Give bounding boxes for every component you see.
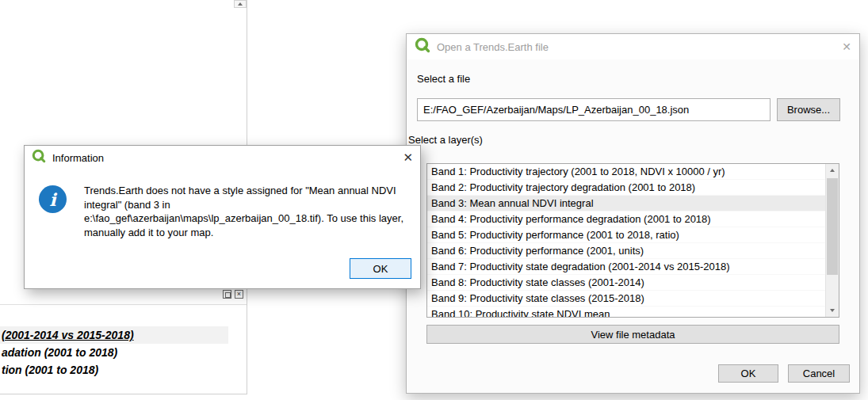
scroll-down-icon <box>830 309 835 312</box>
cancel-button[interactable]: Cancel <box>788 364 850 383</box>
trends-earth-logo-icon <box>415 37 430 56</box>
dialog-titlebar[interactable]: Information ✕ <box>25 146 420 170</box>
layer-list-item[interactable]: Band 8: Productivity state classes (2001… <box>427 275 825 291</box>
layer-list-item[interactable]: Band 4: Productivity performance degrada… <box>427 211 825 227</box>
file-path-input[interactable] <box>417 98 770 121</box>
legend-item[interactable]: adation (2001 to 2018) <box>0 344 247 361</box>
layer-legend: (2001-2014 vs 2015-2018) adation (2001 t… <box>0 326 247 379</box>
list-scrollbar[interactable] <box>825 164 839 317</box>
dock-float-icon[interactable] <box>223 290 231 299</box>
select-file-label: Select a file <box>417 73 470 85</box>
layer-list-item[interactable]: Band 10: Productivity state NDVI mean <box>427 307 825 318</box>
open-trends-earth-dialog: Open a Trends.Earth file ✕ Select a file… <box>406 33 860 394</box>
layer-list-item[interactable]: Band 7: Productivity state degradation (… <box>427 259 825 275</box>
info-message: Trends.Earth does not have a style assig… <box>84 184 413 239</box>
dock-close-icon[interactable]: × <box>235 290 243 299</box>
dialog-titlebar[interactable]: Open a Trends.Earth file ✕ <box>407 34 859 59</box>
layer-rows: Band 1: Productivity trajectory (2001 to… <box>427 164 825 318</box>
information-dialog: Information ✕ i Trends.Earth does not ha… <box>24 145 421 289</box>
legend-item[interactable]: (2001-2014 vs 2015-2018) <box>0 326 228 344</box>
close-icon[interactable]: ✕ <box>842 40 851 53</box>
layer-list-item[interactable]: Band 2: Productivity trajectory degradat… <box>427 180 825 196</box>
dialog-title: Open a Trends.Earth file <box>437 41 549 53</box>
scroll-up-button[interactable] <box>826 164 839 177</box>
layer-list-item-selected[interactable]: Band 3: Mean annual NDVI integral <box>427 196 825 211</box>
legend-item[interactable]: tion (2001 to 2018) <box>0 361 247 379</box>
ok-button[interactable]: OK <box>350 258 411 279</box>
qgis-workspace: × (2001-2014 vs 2015-2018) adation (2001… <box>0 0 868 400</box>
layer-list-item[interactable]: Band 1: Productivity trajectory (2001 to… <box>427 164 825 180</box>
info-icon: i <box>39 185 67 213</box>
close-icon[interactable]: ✕ <box>403 150 413 165</box>
ok-button[interactable]: OK <box>718 364 778 383</box>
dialog-title: Information <box>52 152 104 164</box>
select-layers-label: Select a layer(s) <box>408 134 483 146</box>
layer-list-item[interactable]: Band 9: Productivity state classes (2015… <box>427 291 825 307</box>
scrollbar-thumb[interactable] <box>827 178 838 275</box>
scroll-up-icon <box>830 169 835 172</box>
browse-button[interactable]: Browse... <box>777 98 840 121</box>
scroll-down-button[interactable] <box>826 304 839 317</box>
panel-section-divider <box>0 304 247 305</box>
dock-panel-buttons: × <box>223 290 243 299</box>
trends-earth-logo-icon <box>32 149 46 166</box>
panel-bottom-border <box>0 394 247 394</box>
panel-scroll-up-button[interactable] <box>234 0 247 8</box>
layer-listbox: Band 1: Productivity trajectory (2001 to… <box>426 163 839 318</box>
layer-list-item[interactable]: Band 6: Productivity performance (2001, … <box>427 243 825 259</box>
layer-list-item[interactable]: Band 5: Productivity performance (2001 t… <box>427 227 825 243</box>
scroll-up-icon <box>238 2 243 6</box>
view-file-metadata-button[interactable]: View file metadata <box>426 325 839 344</box>
